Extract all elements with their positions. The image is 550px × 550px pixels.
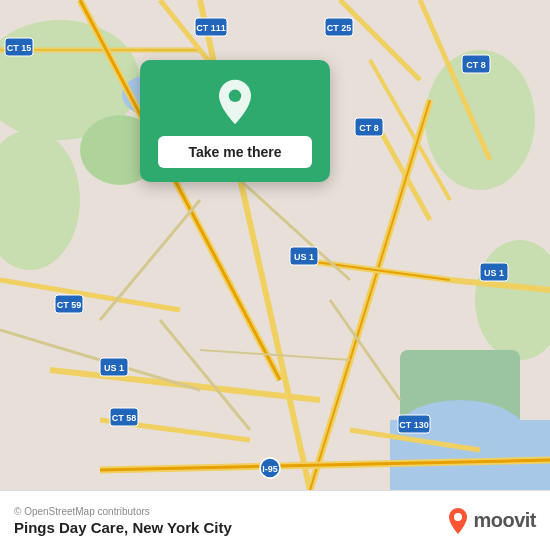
map-attribution: © OpenStreetMap contributors — [14, 506, 232, 517]
svg-text:CT 8: CT 8 — [359, 123, 379, 133]
svg-text:CT 111: CT 111 — [196, 23, 226, 33]
bottom-bar: © OpenStreetMap contributors Pings Day C… — [0, 490, 550, 550]
svg-text:US 1: US 1 — [104, 363, 124, 373]
svg-text:CT 58: CT 58 — [112, 413, 137, 423]
svg-text:CT 15: CT 15 — [7, 43, 32, 53]
place-info: © OpenStreetMap contributors Pings Day C… — [14, 506, 232, 536]
map-pin-icon — [211, 78, 259, 126]
svg-text:US 1: US 1 — [294, 252, 314, 262]
svg-text:CT 8: CT 8 — [466, 60, 486, 70]
place-name: Pings Day Care, New York City — [14, 519, 232, 536]
svg-text:US 1: US 1 — [484, 268, 504, 278]
svg-text:I-95: I-95 — [262, 464, 278, 474]
map-container: CT 15 CT 111 CT 25 CT 8 CT 8 CT 59 US 1 … — [0, 0, 550, 490]
svg-text:CT 130: CT 130 — [399, 420, 429, 430]
svg-text:CT 59: CT 59 — [57, 300, 82, 310]
moovit-brand-text: moovit — [473, 509, 536, 532]
svg-text:CT 25: CT 25 — [327, 23, 352, 33]
svg-point-63 — [454, 513, 462, 521]
svg-point-62 — [229, 90, 241, 102]
location-card: Take me there — [140, 60, 330, 182]
moovit-logo: moovit — [447, 507, 536, 535]
take-me-there-button[interactable]: Take me there — [158, 136, 312, 168]
moovit-pin-icon — [447, 507, 469, 535]
